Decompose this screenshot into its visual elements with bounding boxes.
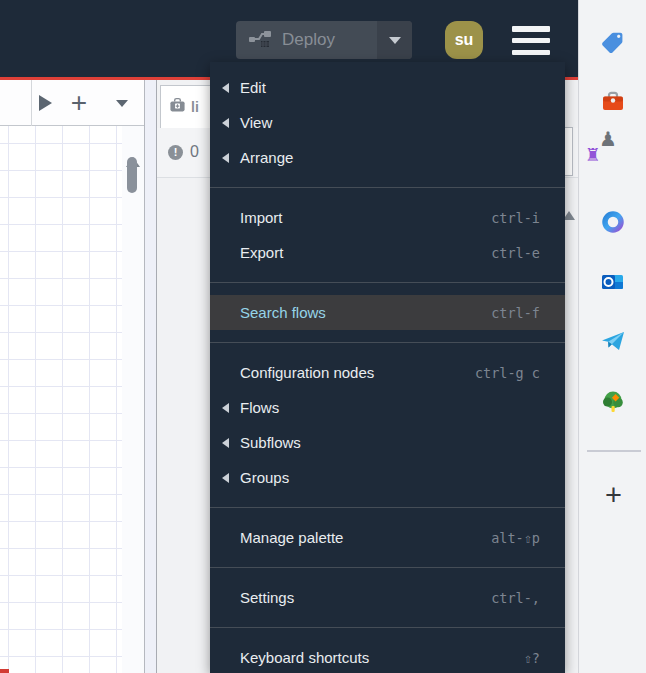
flow-list-button[interactable]: [110, 80, 134, 126]
outlook-tab[interactable]: [600, 269, 626, 295]
first-aid-kit-icon: [169, 97, 186, 117]
menu-item-label: Subflows: [240, 434, 540, 451]
tag-icon: [600, 29, 626, 55]
sidebar-tab-lint[interactable]: li: [160, 85, 215, 128]
toolbar-divider: [31, 80, 32, 126]
menu-item-shortcut: ctrl-f: [491, 305, 565, 321]
loop-icon: [600, 209, 626, 235]
price-tag-tab[interactable]: [600, 29, 626, 55]
menu-item-label: Manage palette: [240, 529, 491, 546]
chevron-down-icon: [389, 37, 401, 44]
telegram-icon: [600, 328, 626, 354]
submenu-arrow-icon: [210, 83, 240, 93]
toolbox-icon: [600, 89, 626, 115]
menu-item-import[interactable]: Importctrl-i: [210, 200, 565, 235]
canvas-scrollbar: [122, 126, 144, 673]
menu-item-shortcut: alt-⇧p: [491, 530, 565, 546]
browser-tab-strip: + ♟♜: [578, 0, 646, 673]
workspace-toolbar: +: [0, 80, 146, 126]
menu-item-label: View: [240, 114, 540, 131]
telegram-tab[interactable]: [600, 328, 626, 354]
submenu-arrow-icon: [210, 403, 240, 413]
menu-item-label: Keyboard shortcuts: [240, 649, 524, 666]
menu-item-settings[interactable]: Settingsctrl-,: [210, 580, 565, 615]
scroll-up-button[interactable]: [126, 140, 140, 158]
tree-tab[interactable]: [600, 389, 626, 415]
deploy-button[interactable]: Deploy: [236, 21, 412, 59]
menu-separator: [210, 507, 565, 508]
scrollbar-thumb[interactable]: [127, 157, 137, 193]
chevron-down-icon: [116, 100, 128, 107]
menu-separator: [210, 187, 565, 188]
menu-item-flows[interactable]: Flows: [210, 390, 565, 425]
red-edge-fragment: [0, 669, 9, 673]
hamburger-icon: [512, 26, 550, 32]
main-menu-button[interactable]: [512, 26, 550, 55]
menu-item-label: Configuration nodes: [240, 364, 475, 381]
exclamation-icon: !: [168, 145, 183, 160]
new-tab-button[interactable]: +: [600, 483, 627, 510]
menu-separator: [210, 342, 565, 343]
submenu-arrow-icon: [210, 438, 240, 448]
panel-splitter[interactable]: [144, 80, 157, 673]
plus-icon: +: [71, 89, 87, 117]
menu-item-shortcut: ctrl-i: [491, 210, 565, 226]
menu-item-shortcut: ctrl-e: [491, 245, 565, 261]
menu-item-edit[interactable]: Edit: [210, 70, 565, 105]
submenu-arrow-icon: [210, 153, 240, 163]
submenu-arrow-icon: [210, 473, 240, 483]
toolbox-tab[interactable]: [600, 89, 626, 115]
menu-item-shortcut: ctrl-,: [491, 590, 565, 606]
menu-item-shortcut: ⇧?: [524, 650, 565, 666]
main-menu: EditViewArrangeImportctrl-iExportctrl-eS…: [210, 62, 565, 673]
menu-separator: [210, 282, 565, 283]
menu-item-label: Settings: [240, 589, 491, 606]
deploy-label: Deploy: [282, 30, 335, 50]
tab-strip-divider: [587, 450, 641, 452]
menu-separator: [210, 627, 565, 628]
outlook-icon: [600, 269, 626, 295]
menu-item-keyboard-shortcuts[interactable]: Keyboard shortcuts⇧?: [210, 640, 565, 673]
menu-item-export[interactable]: Exportctrl-e: [210, 235, 565, 270]
menu-item-subflows[interactable]: Subflows: [210, 425, 565, 460]
issue-counter: ! 0: [168, 143, 199, 161]
menu-item-search-flows[interactable]: Search flowsctrl-f: [210, 295, 565, 330]
deploy-icon: [248, 27, 272, 53]
menu-item-configuration-nodes[interactable]: Configuration nodesctrl-g c: [210, 355, 565, 390]
menu-item-label: Edit: [240, 79, 540, 96]
triangle-right-icon: [39, 95, 52, 111]
menu-separator: [210, 567, 565, 568]
scroll-tabs-right-button[interactable]: [34, 80, 56, 126]
menu-item-label: Import: [240, 209, 491, 226]
menu-item-shortcut: ctrl-g c: [475, 365, 565, 381]
menu-item-arrange[interactable]: Arrange: [210, 140, 565, 175]
flow-canvas[interactable]: [0, 126, 122, 673]
menu-item-groups[interactable]: Groups: [210, 460, 565, 495]
menu-item-label: Export: [240, 244, 491, 261]
issue-count: 0: [190, 143, 199, 161]
loop-tab[interactable]: [600, 209, 626, 235]
add-flow-button[interactable]: +: [66, 80, 92, 126]
user-avatar[interactable]: su: [445, 21, 483, 59]
tree-icon: [600, 389, 626, 415]
menu-item-label: Search flows: [240, 304, 491, 321]
submenu-arrow-icon: [210, 118, 240, 128]
menu-item-label: Groups: [240, 469, 540, 486]
menu-item-manage-palette[interactable]: Manage palettealt-⇧p: [210, 520, 565, 555]
chess-tab[interactable]: ♟♜: [600, 148, 626, 174]
sidebar-tab-label: li: [191, 99, 199, 115]
menu-item-label: Flows: [240, 399, 540, 416]
deploy-options-button[interactable]: [377, 21, 412, 59]
menu-item-label: Arrange: [240, 149, 540, 166]
menu-item-view[interactable]: View: [210, 105, 565, 140]
